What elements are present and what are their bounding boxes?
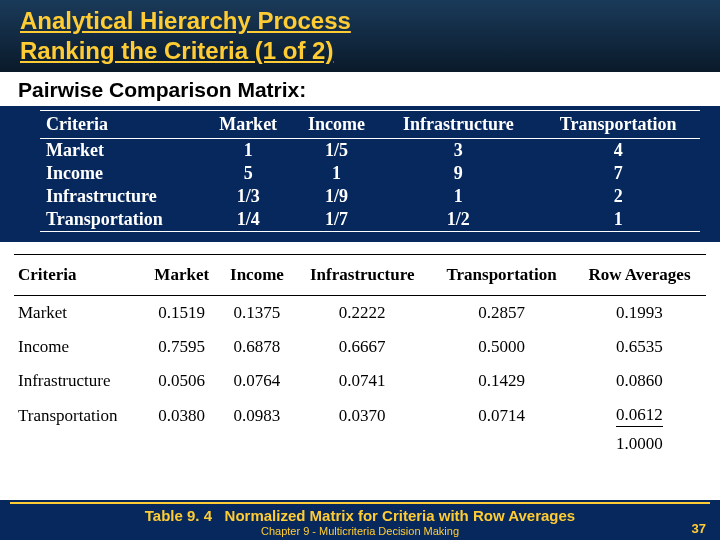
title-line-1: Analytical Hierarchy Process: [20, 7, 351, 34]
slide-footer: Table 9. 4 Normalized Matrix for Criteri…: [0, 500, 720, 540]
col-header: Transportation: [430, 255, 573, 296]
cell: 0.0714: [430, 398, 573, 434]
cell: 0.0983: [220, 398, 295, 434]
cell: 0.0506: [144, 364, 220, 398]
table-row: Infrastructure 1/3 1/9 1 2: [40, 185, 700, 208]
cell: 0.1993: [573, 296, 706, 331]
table-row: Infrastructure 0.0506 0.0764 0.0741 0.14…: [14, 364, 706, 398]
page-number: 37: [692, 521, 706, 536]
caption-text: Normalized Matrix for Criteria with Row …: [225, 507, 576, 524]
cell: 1/9: [293, 185, 381, 208]
cell: 1: [293, 162, 381, 185]
cell: 0.1429: [430, 364, 573, 398]
table-caption: Table 9. 4 Normalized Matrix for Criteri…: [10, 507, 710, 524]
sum-row: 1.0000: [14, 434, 706, 461]
chapter-label: Chapter 9 - Multicriteria Decision Makin…: [10, 525, 710, 537]
cell: 0.0860: [573, 364, 706, 398]
cell: 0.6878: [220, 330, 295, 364]
cell: 0.7595: [144, 330, 220, 364]
cell: 0.6535: [573, 330, 706, 364]
cell: 1: [204, 139, 293, 163]
row-label: Infrastructure: [40, 185, 204, 208]
row-avg-sum: 1.0000: [573, 434, 706, 461]
col-header: Market: [144, 255, 220, 296]
col-header: Criteria: [14, 255, 144, 296]
cell: 1: [380, 185, 536, 208]
row-label: Infrastructure: [14, 364, 144, 398]
table-row: Income 0.7595 0.6878 0.6667 0.5000 0.653…: [14, 330, 706, 364]
cell: 0.5000: [430, 330, 573, 364]
cell: 1/3: [204, 185, 293, 208]
normalized-matrix-table: Criteria Market Income Infrastructure Tr…: [14, 254, 706, 461]
cell: 4: [536, 139, 700, 163]
row-label: Market: [14, 296, 144, 331]
cell: 0.0370: [294, 398, 430, 434]
table-header-row: Criteria Market Income Infrastructure Tr…: [40, 111, 700, 139]
col-header: Row Averages: [573, 255, 706, 296]
cell: 7: [536, 162, 700, 185]
slide-title: Analytical Hierarchy Process Ranking the…: [20, 6, 700, 66]
cell: 0.1375: [220, 296, 295, 331]
col-header: Income: [220, 255, 295, 296]
table-header-row: Criteria Market Income Infrastructure Tr…: [14, 255, 706, 296]
cell: 2: [536, 185, 700, 208]
row-label: Transportation: [14, 398, 144, 434]
cell: 1/2: [380, 208, 536, 232]
col-header: Income: [293, 111, 381, 139]
section-subheader: Pairwise Comparison Matrix:: [0, 72, 720, 106]
footer-divider: [10, 502, 710, 504]
col-header: Market: [204, 111, 293, 139]
table-row: Income 5 1 9 7: [40, 162, 700, 185]
subtitle: Pairwise Comparison Matrix:: [18, 78, 702, 102]
cell: 1: [536, 208, 700, 232]
cell: 1/7: [293, 208, 381, 232]
col-header: Criteria: [40, 111, 204, 139]
pairwise-matrix-table: Criteria Market Income Infrastructure Tr…: [40, 110, 700, 232]
table-row: Market 0.1519 0.1375 0.2222 0.2857 0.199…: [14, 296, 706, 331]
cell: 5: [204, 162, 293, 185]
slide-header: Analytical Hierarchy Process Ranking the…: [0, 0, 720, 72]
col-header: Infrastructure: [380, 111, 536, 139]
pairwise-matrix-block: Criteria Market Income Infrastructure Tr…: [0, 106, 720, 242]
caption-label: Table 9. 4: [145, 507, 212, 524]
table-row: Transportation 0.0380 0.0983 0.0370 0.07…: [14, 398, 706, 434]
row-label: Income: [14, 330, 144, 364]
table-row: Transportation 1/4 1/7 1/2 1: [40, 208, 700, 232]
row-label: Transportation: [40, 208, 204, 232]
cell: 1/4: [204, 208, 293, 232]
cell: 3: [380, 139, 536, 163]
cell: 0.0380: [144, 398, 220, 434]
cell: 0.6667: [294, 330, 430, 364]
cell: 1/5: [293, 139, 381, 163]
table-row: Market 1 1/5 3 4: [40, 139, 700, 163]
title-line-2: Ranking the Criteria (1 of 2): [20, 37, 333, 64]
row-label: Market: [40, 139, 204, 163]
normalized-matrix-block: Criteria Market Income Infrastructure Tr…: [0, 242, 720, 461]
cell: 0.1519: [144, 296, 220, 331]
col-header: Transportation: [536, 111, 700, 139]
cell: 0.0612: [573, 398, 706, 434]
col-header: Infrastructure: [294, 255, 430, 296]
cell: 0.0764: [220, 364, 295, 398]
cell: 0.0741: [294, 364, 430, 398]
row-avg-last: 0.0612: [616, 405, 663, 427]
cell: 0.2222: [294, 296, 430, 331]
row-label: Income: [40, 162, 204, 185]
cell: 9: [380, 162, 536, 185]
cell: 0.2857: [430, 296, 573, 331]
